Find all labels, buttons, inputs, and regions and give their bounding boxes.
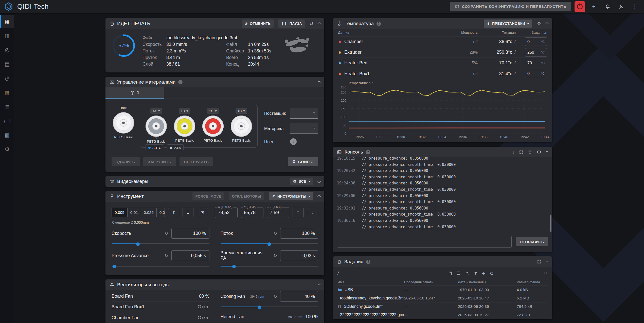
heater-bed-target-input[interactable]: 70°C	[525, 59, 547, 67]
sidebar-item-console[interactable]: ▥	[0, 29, 14, 42]
collapse-chevron-icon[interactable]	[317, 195, 321, 198]
sidebar-item-settings[interactable]: ⚙	[0, 143, 14, 156]
column-name[interactable]: Имя	[337, 280, 404, 284]
save-z-offset-button[interactable]: ⊡	[197, 208, 208, 217]
help-icon[interactable]: ?	[366, 150, 370, 154]
smooth-time-slider[interactable]	[221, 263, 318, 269]
scroll-to-bottom-icon[interactable]: ↓	[512, 149, 514, 155]
help-icon[interactable]: ?	[178, 80, 183, 84]
temperature-presets-button[interactable]: ПРЕДУСТАНОВКИ	[484, 20, 532, 28]
chamber-target-input[interactable]: 0°C	[525, 37, 547, 46]
flow-slider[interactable]	[221, 241, 318, 247]
collapse-chevron-icon[interactable]	[545, 260, 549, 263]
sd-card-icon[interactable]	[448, 271, 452, 276]
unload-button[interactable]: ВЫГРУЗИТЬ	[180, 157, 213, 166]
console-send-button[interactable]: ОТПРАВИТЬ	[516, 237, 548, 246]
filter-icon[interactable]	[474, 271, 478, 275]
console-scrollbar[interactable]	[550, 215, 551, 232]
sensor-name[interactable]: Extruder	[338, 50, 452, 55]
load-button[interactable]: ЗАГРУЗИТЬ	[143, 157, 176, 166]
help-icon[interactable]: ?	[366, 260, 370, 264]
force-move-button[interactable]: FORCE_MOVE	[192, 192, 224, 200]
spool-1c[interactable]	[202, 116, 224, 137]
job-row-file[interactable]: 3DBenchy.gcode.3mf — 2026-03-09 20:36 78…	[337, 302, 548, 311]
temperature-settings-gear-icon[interactable]: ⚙	[537, 21, 541, 27]
refresh-icon[interactable]: ↻	[490, 271, 494, 276]
motors-off-button[interactable]: ОТКЛ. МОТОРЫ	[229, 192, 264, 200]
add-icon[interactable]: +	[482, 270, 485, 277]
column-modified[interactable]: Дата изменения↓	[458, 280, 517, 284]
pause-print-button[interactable]: ❙❙ПАУЗА	[278, 20, 305, 28]
sidebar-item-spoolman[interactable]: ▩	[0, 129, 14, 141]
sensor-name[interactable]: Chamber	[338, 39, 452, 44]
collapse-chevron-icon[interactable]	[317, 81, 321, 84]
camera-all-button[interactable]: ВСЕ	[290, 178, 313, 185]
console-command-input[interactable]	[337, 236, 512, 248]
collapse-chevron-icon[interactable]	[317, 22, 321, 25]
sidebar-item-camera[interactable]: ◎	[0, 44, 14, 56]
job-row-usb[interactable]: USB — 1970-01-01 03:00 4.0 kB	[337, 286, 548, 294]
expand-icon[interactable]	[519, 150, 523, 154]
color-swatch[interactable]: ?	[290, 138, 297, 145]
spool-1a[interactable]	[146, 116, 167, 137]
z-step-005[interactable]: 0.05	[157, 208, 165, 217]
jobs-search-field[interactable]	[498, 270, 548, 277]
z-offset-up-button[interactable]: ↥	[168, 208, 179, 217]
material-select[interactable]	[290, 123, 318, 134]
x-position-field[interactable]: X [136.65] 78,52	[215, 207, 237, 218]
board-fan-box1-row[interactable]: Board Fan Box1Откл.	[112, 302, 209, 312]
retract-button[interactable]: ⇡	[293, 208, 304, 217]
exclude-object-icon[interactable]: ⇄	[310, 21, 313, 26]
slot-chip-1a[interactable]: 1A	[150, 108, 162, 114]
reset-icon[interactable]: ↻	[274, 231, 277, 236]
jobs-search-input[interactable]	[498, 271, 542, 275]
extruder-target-input[interactable]: 250°C	[525, 48, 547, 56]
chamber-fan-row[interactable]: Chamber FanОткл.	[112, 312, 209, 323]
notifications-bell-icon[interactable]	[602, 2, 613, 12]
job-row-file[interactable]: toothlessready_keychain.gcode.3mf 2026-0…	[337, 294, 548, 302]
sidebar-item-history[interactable]: ◷	[0, 72, 14, 85]
tools-menu-button[interactable]: ИНСТРУМЕНТЫ	[269, 192, 313, 200]
reset-icon[interactable]: ↻	[165, 253, 168, 258]
z-step-001[interactable]: 0.01	[128, 208, 141, 217]
slot-chip-1d[interactable]: 1D	[236, 108, 247, 114]
slot-1c[interactable]: 1C PETG Basic	[201, 108, 225, 143]
sidebar-item-macros[interactable]: {…}	[0, 115, 14, 127]
delete-button[interactable]: УДАЛИТЬ	[112, 157, 140, 166]
slot-chip-1b[interactable]: 1B	[179, 108, 190, 114]
sensor-name[interactable]: Heater Box1	[338, 71, 452, 77]
cooling-fan-slider[interactable]	[221, 304, 318, 310]
locate-icon[interactable]: ⌖	[589, 2, 599, 12]
smooth-time-input[interactable]: 0,03 s	[280, 250, 318, 261]
sensor-name[interactable]: Heater Bed	[338, 60, 452, 66]
spool-list-icon[interactable]: ☰	[457, 271, 461, 276]
rack-slot[interactable]: Rack PETG Basic	[112, 105, 135, 139]
reset-icon[interactable]: ↻	[274, 253, 277, 258]
user-account-icon[interactable]	[616, 2, 626, 12]
slot-chip-1c[interactable]: 1C	[207, 108, 219, 114]
collapse-chevron-icon[interactable]	[317, 283, 321, 287]
reset-icon[interactable]: ↻	[165, 231, 168, 236]
materials-tab-1[interactable]: 1	[105, 87, 164, 99]
heater-box1-target-input[interactable]: 0°C	[525, 70, 547, 78]
column-size[interactable]: Размер файла	[517, 280, 548, 284]
collapse-chevron-icon[interactable]	[545, 22, 549, 25]
overflow-menu-icon[interactable]: ⋮	[630, 2, 640, 12]
z-step-0005[interactable]: 0.005	[112, 208, 128, 217]
extrude-button[interactable]: ⇣	[307, 208, 318, 217]
cancel-print-button[interactable]: ⊘ОТМЕНИТЬ	[242, 20, 274, 28]
flow-input[interactable]: 100 %	[280, 228, 318, 239]
y-position-field[interactable]: Y [94.35] 85,78	[241, 207, 263, 218]
z-offset-down-button[interactable]: ↧	[183, 208, 194, 217]
console-log[interactable]: 19:16:15// pressure_advance: 0.056000 //…	[333, 157, 552, 233]
slot-1a[interactable]: 1A PETG Basic	[144, 108, 168, 143]
expand-icon[interactable]	[537, 260, 541, 264]
help-icon[interactable]: ?	[377, 22, 381, 26]
reset-icon[interactable]: ↻	[274, 294, 277, 299]
collapse-chevron-icon[interactable]	[545, 150, 549, 154]
emergency-stop-button[interactable]	[575, 1, 585, 12]
search-icon[interactable]	[465, 271, 469, 276]
console-settings-gear-icon[interactable]: ⚙	[537, 149, 541, 155]
z-step-0025[interactable]: 0.025	[141, 208, 157, 217]
column-last-print[interactable]: Последняя печать	[404, 280, 458, 284]
